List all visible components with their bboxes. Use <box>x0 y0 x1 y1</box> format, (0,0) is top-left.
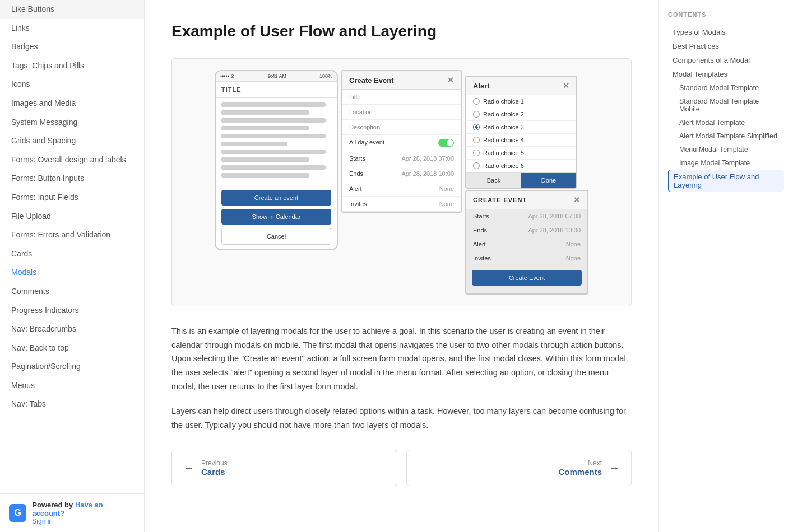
all-day-toggle[interactable] <box>438 139 454 147</box>
alert-back-button[interactable]: Back <box>466 173 521 188</box>
next-nav-label: Next <box>558 459 602 467</box>
time-display: 9:41 AM <box>268 73 286 79</box>
title-field[interactable]: Title <box>342 90 461 105</box>
sidebar-item-nav--back-to-top[interactable]: Nav: Back to top <box>0 339 144 358</box>
toc-item-standard-modal-template[interactable]: Standard Modal Template <box>668 82 784 94</box>
sidebar-item-comments[interactable]: Comments <box>0 282 144 301</box>
toc-item-alert-modal-template-simplified[interactable]: Alert Modal Template Simplified <box>668 130 784 142</box>
toc-items: Types of ModalsBest PracticesComponents … <box>668 26 784 192</box>
right-create-event-button[interactable]: Create Event <box>472 270 582 286</box>
radio-label: Radio choice 6 <box>483 162 524 169</box>
sidebar-item-menus[interactable]: Menus <box>0 376 144 395</box>
sidebar-item-links[interactable]: Links <box>0 19 144 38</box>
sidebar-item-file-upload[interactable]: File Upload <box>0 207 144 226</box>
right-alert-label: Alert <box>473 241 486 248</box>
toc-item-image-modal-template[interactable]: Image Modal Template <box>668 157 784 169</box>
toc-item-example-of-user-flow-and-layering[interactable]: Example of User Flow and Layering <box>668 170 784 192</box>
starts-row: Starts Apr 28, 2018 07:00 <box>342 151 461 166</box>
show-calendar-button[interactable]: Show in Calendar <box>221 209 331 225</box>
sidebar-item-forms--errors-and-validation[interactable]: Forms: Errors and Validation <box>0 226 144 245</box>
toc-item-menu-modal-template[interactable]: Menu Modal Template <box>668 143 784 156</box>
sidebar-item-badges[interactable]: Badges <box>0 38 144 57</box>
all-day-label: All day event <box>349 139 384 147</box>
gitbook-logo: G <box>9 504 26 522</box>
phone-action-buttons: Create an event Show in Calendar Cancel <box>216 185 337 249</box>
create-event-button[interactable]: Create an event <box>221 190 331 206</box>
right-section: Alert ✕ Radio choice 1Radio choice 2Radi… <box>465 70 588 295</box>
modal-header: Create Event ✕ <box>342 71 461 90</box>
right-invites-row: Invites None <box>466 251 587 265</box>
sidebar-item-modals[interactable]: Modals <box>0 263 144 282</box>
placeholder-line <box>221 110 309 115</box>
radio-option[interactable]: Radio choice 1 <box>466 95 576 108</box>
right-ends-value: Apr 28, 2018 10:00 <box>528 227 581 234</box>
modal-body: Title Location Description All day event… <box>342 90 461 212</box>
toc-item-types-of-modals[interactable]: Types of Modals <box>668 26 784 39</box>
sidebar-item-icons[interactable]: Icons <box>0 75 144 94</box>
alert-done-button[interactable]: Done <box>521 173 576 188</box>
description-field[interactable]: Description <box>342 120 461 135</box>
sidebar-item-images-and-media[interactable]: Images and Media <box>0 94 144 113</box>
radio-option[interactable]: Radio choice 6 <box>466 160 576 172</box>
location-field[interactable]: Location <box>342 105 461 120</box>
right-panel-footer: Create Event <box>466 265 587 293</box>
sidebar-item-nav--breadcrumbs[interactable]: Nav: Breadcrumbs <box>0 320 144 339</box>
radio-option[interactable]: Radio choice 3 <box>466 121 576 134</box>
toc-title: CONTENTS <box>668 11 784 18</box>
toc-item-components-of-a-modal[interactable]: Components of a Modal <box>668 54 784 67</box>
sidebar-item-forms--input-fields[interactable]: Forms: Input Fields <box>0 188 144 207</box>
alert-footer: Back Done <box>466 172 576 188</box>
right-starts-row: Starts Apr 28, 2018 07:00 <box>466 209 587 223</box>
cancel-button[interactable]: Cancel <box>221 228 331 245</box>
toc-item-standard-modal-template-mobile[interactable]: Standard Modal Template Mobile <box>668 95 784 115</box>
placeholder-line <box>221 134 326 138</box>
radio-option[interactable]: Radio choice 5 <box>466 147 576 160</box>
radio-label: Radio choice 2 <box>483 111 524 118</box>
right-ends-label: Ends <box>473 227 487 234</box>
sidebar-item-nav--tabs[interactable]: Nav: Tabs <box>0 395 144 414</box>
radio-option[interactable]: Radio choice 2 <box>466 108 576 121</box>
sign-in-link[interactable]: Sign in <box>32 517 53 525</box>
sidebar-item-like-buttons[interactable]: Like Buttons <box>0 0 144 19</box>
sidebar-item-cards[interactable]: Cards <box>0 245 144 264</box>
alert-value: None <box>439 185 454 192</box>
radio-option[interactable]: Radio choice 4 <box>466 134 576 147</box>
invites-label: Invites <box>349 200 367 207</box>
alert-close-button[interactable]: ✕ <box>563 81 569 90</box>
right-panel-close[interactable]: ✕ <box>573 195 581 204</box>
sidebar-item-pagination-scrolling[interactable]: Pagination/Scrolling <box>0 357 144 376</box>
prev-nav-button[interactable]: ← Previous Cards <box>171 450 397 486</box>
right-alert-row: Alert None <box>466 237 587 251</box>
sidebar-item-tags--chips-and-pills[interactable]: Tags, Chips and Pills <box>0 57 144 76</box>
radio-label: Radio choice 4 <box>483 137 524 143</box>
next-nav-button[interactable]: Next Comments → <box>406 450 632 486</box>
description-1: This is an example of layering modals fo… <box>171 324 632 393</box>
starts-label: Starts <box>349 155 365 162</box>
toc-item-best-practices[interactable]: Best Practices <box>668 40 784 53</box>
starts-value: Apr 28, 2018 07:00 <box>401 155 454 162</box>
sidebar-item-progress-indicators[interactable]: Progress Indicators <box>0 301 144 320</box>
next-nav-text: Next Comments <box>558 459 602 477</box>
alert-row: Alert None <box>342 181 461 197</box>
table-of-contents: CONTENTS Types of ModalsBest PracticesCo… <box>658 0 793 532</box>
toc-item-modal-templates[interactable]: Modal Templates <box>668 68 784 81</box>
sidebar-item-forms--button-inputs[interactable]: Forms: Button Inputs <box>0 169 144 188</box>
signal-indicator: ••••• ⊘ <box>220 73 235 79</box>
placeholder-line <box>221 165 326 170</box>
ends-value: Apr 28, 2018 10:00 <box>401 170 454 177</box>
placeholder-line <box>221 126 309 130</box>
right-panel-title: CREATE EVENT <box>473 197 527 203</box>
invites-value: None <box>439 200 454 207</box>
sidebar: Like ButtonsLinksBadgesTags, Chips and P… <box>0 0 145 532</box>
ends-label: Ends <box>349 170 363 177</box>
sidebar-item-system-messaging[interactable]: System Messaging <box>0 113 144 132</box>
placeholder-line <box>221 102 326 107</box>
ends-row: Ends Apr 28, 2018 10:00 <box>342 166 461 181</box>
sidebar-item-forms--overall-design-and-labels[interactable]: Forms: Overall design and labels <box>0 151 144 170</box>
modal-close-button[interactable]: ✕ <box>447 76 454 85</box>
phone-mockup: ••••• ⊘ 9:41 AM 100% TITLE <box>215 70 338 250</box>
placeholder-line <box>221 157 309 162</box>
sidebar-item-grids-and-spacing[interactable]: Grids and Spacing <box>0 132 144 151</box>
phone-status-bar: ••••• ⊘ 9:41 AM 100% <box>216 71 337 82</box>
toc-item-alert-modal-template[interactable]: Alert Modal Template <box>668 116 784 129</box>
